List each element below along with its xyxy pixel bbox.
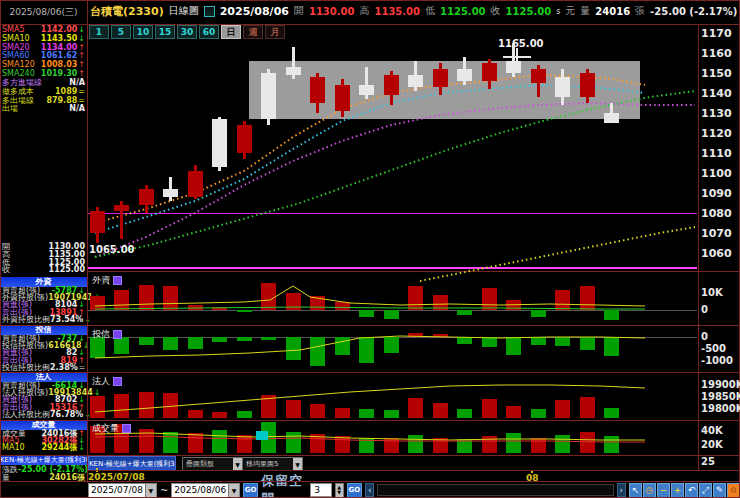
row-label: 量: [2, 474, 10, 482]
row-value: 73.54%: [50, 316, 83, 324]
zoom-out-icon[interactable]: −: [657, 483, 670, 498]
trend-arrow-icon: ↓: [78, 444, 85, 452]
timeframe-button-5[interactable]: 5: [111, 25, 131, 39]
trend-arrow-icon: =: [78, 88, 85, 96]
sidebar-section-投信: 投信買賣超(張)-737↓投信持股(張)616618↓買進(張)82↓賣出(張)…: [0, 325, 87, 372]
svg-text:1090: 1090: [701, 187, 732, 200]
stock-name: 台積電(2330): [90, 4, 164, 19]
timeframe-button-day[interactable]: 日: [221, 25, 241, 39]
cursor-icon[interactable]: ↖: [629, 483, 642, 498]
close-suffix: s: [556, 7, 560, 16]
volume-value: 24016: [595, 6, 630, 17]
chart-type-icon[interactable]: [204, 6, 215, 17]
row-value: 1019.30: [41, 70, 77, 78]
chevron-down-icon[interactable]: ▼: [145, 484, 156, 497]
bottom-control-bar: 2025/07/08 ▼ ~ 2025/08/06 ▼ GO 保留空間 3 ▲▼…: [0, 482, 740, 498]
trend-arrow-icon: ↓: [84, 411, 91, 419]
indicator-tab[interactable]: KEN-極光線+爆大量(獲利3UP): [88, 456, 176, 471]
timeframe-button-15[interactable]: 15: [155, 25, 175, 39]
data-row: SMA2401019.30↑: [0, 69, 87, 78]
scroll-left-arrow[interactable]: ‹: [365, 483, 374, 497]
low-label: 低: [425, 4, 435, 18]
row-label: 做多成本: [2, 88, 34, 96]
trend-arrow-icon: ↑: [78, 61, 85, 69]
xaxis-tick: [531, 470, 533, 473]
trend-arrow-icon: ↓: [94, 294, 101, 302]
chevron-down-icon[interactable]: ▼: [233, 458, 242, 470]
spinner-control[interactable]: ▲▼: [335, 483, 344, 498]
indicator-panels: 10K00-500-100019900K19850K19800K40K20K25: [88, 283, 740, 467]
chart-scrollbar[interactable]: [377, 484, 613, 496]
alert-bell-icon[interactable]: ⍾: [727, 483, 740, 498]
volume-ma-dropdown-value: 移均量圖5: [246, 459, 278, 469]
consolidation-box: [249, 61, 640, 119]
date-range-tilde: ~: [160, 485, 168, 496]
low-value: 1125.00: [440, 6, 486, 17]
data-row: 外資持股比例73.54%↓: [0, 317, 87, 324]
unit-label: 元: [565, 4, 575, 18]
svg-text:1120: 1120: [701, 127, 732, 140]
corner-date: 2025/08/06(三): [0, 0, 88, 25]
timeframe-button-月[interactable]: 月: [265, 25, 285, 39]
zoom-in-icon[interactable]: +: [671, 483, 684, 498]
row-value: 1008.03: [41, 61, 77, 69]
timeframe-button-週[interactable]: 週: [243, 25, 263, 39]
go-button[interactable]: GO: [243, 483, 258, 498]
svg-text:19900K: 19900K: [701, 379, 740, 390]
go-button[interactable]: GO: [347, 483, 362, 498]
svg-text:0: 0: [701, 331, 708, 342]
chevron-down-icon[interactable]: ▼: [293, 458, 302, 470]
chevron-down-icon[interactable]: ▼: [228, 484, 239, 497]
chart-toolbar: ↖◷−+↶⤢✎⍾: [629, 483, 740, 498]
volume-unit: 張: [635, 4, 645, 18]
row-value: 1143.50: [41, 35, 77, 43]
svg-text:1170: 1170: [701, 27, 732, 40]
close-value: 1125.00: [506, 6, 552, 17]
overlay-dropdown-value: 疊圖類股: [186, 459, 214, 469]
fullscreen-icon[interactable]: ⤢: [699, 483, 712, 498]
row-value: 1125.00: [49, 266, 85, 274]
row-value: 76.78%: [50, 411, 83, 419]
close-label: 收: [491, 4, 501, 18]
sidebar-section-成交量: 成交量成交量24016張↑MA530282張↓MA1029244張↓: [0, 420, 87, 452]
row-label: SMA240: [2, 70, 35, 78]
svg-text:-500: -500: [701, 343, 726, 354]
date-to-input[interactable]: 2025/08/06 ▼: [171, 483, 240, 498]
volume-ma-dropdown[interactable]: 移均量圖5 ▼: [242, 457, 303, 471]
svg-text:1100: 1100: [701, 167, 732, 180]
svg-text:19800K: 19800K: [701, 403, 740, 414]
clock-icon[interactable]: ◷: [643, 483, 656, 498]
timeframe-button-30[interactable]: 30: [177, 25, 197, 39]
svg-text:10K: 10K: [701, 287, 724, 298]
row-value: 29244張: [41, 444, 77, 452]
scroll-right-arrow[interactable]: ›: [617, 483, 626, 497]
reserve-space-input[interactable]: 3: [310, 483, 331, 497]
pane-title-label: 投信: [92, 328, 110, 341]
overlay-dropdown[interactable]: 疊圖類股 ▼: [182, 457, 243, 471]
price-axis: 1170116011501140113011201110110010901080…: [701, 27, 732, 260]
timeframe-buttons: 1510153060日週月: [89, 25, 285, 39]
draw-icon[interactable]: ✎: [713, 483, 726, 498]
row-value: N/A: [69, 105, 85, 113]
pane-title-法人: 法人: [92, 375, 122, 388]
high-value: 1135.00: [374, 6, 420, 17]
svg-text:1150: 1150: [701, 67, 732, 80]
change-value: -25.00 (-2.17%): [650, 6, 737, 17]
trend-arrow-icon: ↓: [84, 316, 91, 324]
data-row: MA1029244張↓: [0, 445, 87, 452]
pane-title-成交量: 成交量: [92, 422, 131, 435]
data-row: 投信持股比例2.38%=: [0, 365, 87, 372]
timeframe-button-1[interactable]: 1: [89, 25, 109, 39]
sidebar-indicator-tab[interactable]: KEN-極光線+爆大量(獲利3UP(: [0, 455, 87, 465]
open-value: 1130.00: [309, 6, 355, 17]
date-from-input[interactable]: 2025/07/08 ▼: [88, 483, 157, 498]
svg-text:1165.00: 1165.00: [498, 38, 544, 49]
pane-title-label: 成交量: [92, 422, 119, 435]
undo-icon[interactable]: ↶: [685, 483, 698, 498]
timeframe-button-10[interactable]: 10: [133, 25, 153, 39]
timeframe-button-60[interactable]: 60: [199, 25, 219, 39]
svg-text:19850K: 19850K: [701, 391, 740, 402]
trend-arrow-icon: ↓: [78, 35, 85, 43]
candlesticks: [90, 43, 620, 243]
xaxis-start-date: 2025/07/08: [88, 472, 145, 482]
